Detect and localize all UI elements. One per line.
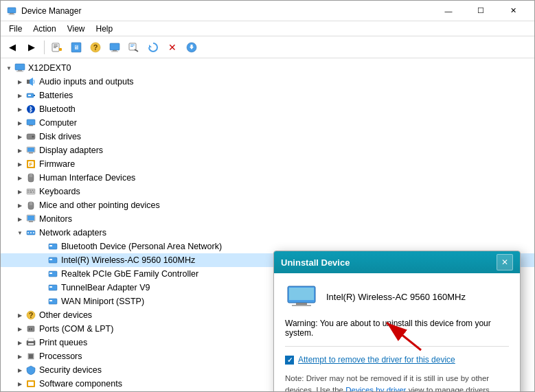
window-controls: — ☐ ✕	[433, 1, 529, 21]
svg-rect-92	[296, 303, 307, 305]
main-content: ▼ X12DEXT0 ▶ Audio inputs and outputs	[1, 58, 534, 391]
maximize-button[interactable]: ☐	[465, 1, 497, 21]
dialog-checkbox-row[interactable]: ✓ Attempt to remove the driver for this …	[285, 355, 509, 365]
svg-rect-18	[130, 46, 133, 47]
menu-action[interactable]: Action	[27, 23, 61, 35]
toolbar-search[interactable]	[125, 39, 143, 56]
dialog-overlay: Uninstall Device ✕	[1, 58, 534, 391]
svg-rect-2	[9, 14, 15, 14]
svg-rect-13	[113, 50, 117, 51]
svg-rect-4	[54, 45, 58, 45]
close-button[interactable]: ✕	[497, 1, 529, 21]
toolbar-properties[interactable]	[48, 39, 66, 56]
toolbar-monitor[interactable]	[106, 39, 124, 56]
toolbar-sep1	[44, 41, 45, 54]
toolbar-download[interactable]	[183, 39, 201, 56]
svg-text:🖥: 🖥	[73, 44, 80, 51]
svg-marker-19	[149, 45, 152, 47]
menu-bar: File Action View Help	[1, 21, 534, 36]
svg-line-95	[387, 323, 421, 350]
dialog-title-bar: Uninstall Device ✕	[274, 251, 520, 273]
window-title: Device Manager	[21, 6, 433, 16]
svg-text:?: ?	[93, 43, 98, 51]
svg-rect-12	[110, 43, 119, 50]
dialog-title: Uninstall Device	[281, 257, 497, 268]
svg-rect-17	[130, 45, 135, 45]
toolbar-delete[interactable]: ✕	[163, 39, 181, 56]
svg-rect-6	[54, 47, 56, 48]
menu-view[interactable]: View	[62, 23, 91, 35]
red-arrow-indicator	[373, 312, 428, 356]
toolbar-update[interactable]: 🖥	[67, 39, 85, 56]
svg-rect-7	[59, 48, 62, 51]
svg-rect-91	[289, 288, 314, 300]
driver-removal-checkbox[interactable]: ✓	[285, 356, 294, 365]
svg-rect-93	[292, 305, 311, 306]
menu-file[interactable]: File	[3, 23, 27, 35]
dialog-device-icon	[285, 284, 318, 309]
toolbar-scan[interactable]	[144, 39, 162, 56]
checkbox-label[interactable]: Attempt to remove the driver for this de…	[298, 355, 455, 365]
title-bar: Device Manager — ☐ ✕	[1, 1, 534, 21]
dialog-device-row: Intel(R) Wireless-AC 9560 160MHz	[285, 284, 509, 309]
toolbar: ◀ ▶ 🖥 ?	[1, 36, 534, 58]
dialog-close-button[interactable]: ✕	[497, 254, 513, 270]
svg-rect-14	[111, 51, 118, 51]
toolbar-forward[interactable]: ▶	[23, 39, 41, 56]
devices-by-driver-link[interactable]: Devices by driver	[345, 386, 406, 391]
svg-rect-1	[10, 13, 14, 14]
svg-rect-0	[8, 8, 16, 13]
svg-rect-5	[54, 46, 58, 47]
toolbar-back[interactable]: ◀	[3, 39, 21, 56]
minimize-button[interactable]: —	[433, 1, 464, 21]
title-icon	[6, 5, 17, 16]
menu-help[interactable]: Help	[91, 23, 119, 35]
dialog-note: Note: Driver may not be removed if it is…	[285, 373, 509, 391]
dialog-device-name: Intel(R) Wireless-AC 9560 160MHz	[326, 292, 466, 302]
device-manager-window: Device Manager — ☐ ✕ File Action View He…	[0, 0, 535, 392]
svg-rect-22	[191, 45, 193, 47]
toolbar-help[interactable]: ?	[87, 39, 104, 56]
